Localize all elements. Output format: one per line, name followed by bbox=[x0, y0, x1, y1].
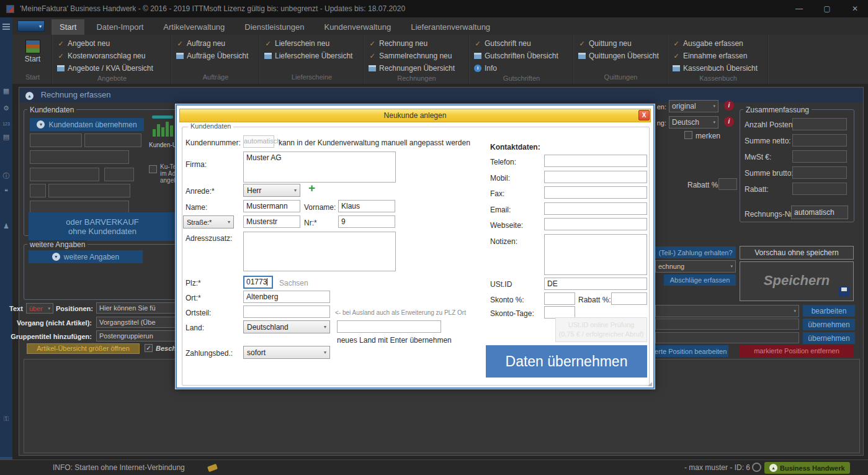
ribbon-item-rechnung-neu[interactable]: ✓Rechnung neu bbox=[369, 37, 465, 50]
speichern-button[interactable]: Speichern bbox=[740, 261, 854, 301]
customer-field[interactable] bbox=[30, 133, 82, 147]
strasse-input[interactable]: Musterstr bbox=[243, 215, 300, 228]
name-input[interactable]: Mustermann bbox=[243, 200, 300, 212]
adresszusatz-input[interactable] bbox=[243, 232, 396, 271]
tab-artikelverwaltung[interactable]: Artikelverwaltung bbox=[155, 19, 233, 35]
ribbon-item-auftraege-uebersicht[interactable]: Aufträge Übersicht bbox=[176, 50, 255, 62]
bearbeiten-button[interactable]: bearbeiten bbox=[803, 305, 855, 317]
vorschau-button[interactable]: Vorschau ohne speichern bbox=[740, 246, 854, 260]
edition-badge[interactable]: ▴ Business Handwerk bbox=[764, 462, 850, 474]
strasse-type-select[interactable]: Straße:*▾ bbox=[183, 215, 234, 228]
ribbon-item-kostenvoranschlag-neu[interactable]: ✓Kostenvoranschlag neu bbox=[57, 50, 167, 62]
ribbon-item-kassenbuch-uebersicht[interactable]: Kassenbuch Übersicht bbox=[673, 62, 764, 75]
ribbon-item-auftrag-neu[interactable]: ✓Auftrag neu bbox=[176, 37, 255, 50]
weitere-angaben-button[interactable]: ▾ weitere Angaben bbox=[29, 250, 143, 263]
tab-kundenverwaltung[interactable]: Kundenverwaltung bbox=[316, 19, 399, 35]
collapse-icon[interactable]: ▴ bbox=[25, 92, 34, 100]
notizen-input[interactable] bbox=[544, 234, 647, 275]
merken-checkbox[interactable] bbox=[684, 131, 692, 139]
rechnungsnr-input[interactable]: automatisch bbox=[791, 206, 848, 219]
customer-field[interactable] bbox=[30, 150, 129, 164]
rabatt-input[interactable] bbox=[611, 292, 647, 305]
dialog-close-button[interactable]: X bbox=[638, 110, 650, 120]
teilzahlung-button[interactable]: (Teil-) Zahlung erhalten? bbox=[655, 247, 736, 258]
ortsteil-input[interactable] bbox=[243, 305, 330, 318]
plz-input[interactable]: 01773 bbox=[243, 276, 273, 289]
status-circle-icon[interactable] bbox=[752, 463, 761, 472]
ribbon-item-gutschrift-neu[interactable]: ✓Gutschrift neu bbox=[474, 37, 569, 50]
anrede-select[interactable]: Herr▾ bbox=[243, 184, 300, 197]
chat-icon[interactable]: ❝ bbox=[0, 188, 12, 196]
ribbon-item-start[interactable]: Start bbox=[17, 37, 48, 73]
info-icon[interactable]: ⓘ bbox=[0, 171, 12, 181]
ribbon-item-quittungen-uebersicht[interactable]: Quittungen Übersicht bbox=[578, 50, 663, 62]
kundendaten-uebernehmen-button[interactable]: ▾ Kundendaten übernehmen bbox=[30, 118, 144, 131]
customer-field[interactable] bbox=[84, 133, 141, 147]
ribbon-item-angebot-neu[interactable]: ✓Angebot neu bbox=[57, 37, 167, 50]
uebernehmen-button[interactable]: übernehmen bbox=[803, 332, 855, 344]
firma-input[interactable]: Muster AG bbox=[243, 152, 396, 183]
calculator-icon[interactable]: ▦ bbox=[0, 87, 12, 95]
close-button[interactable]: ✕ bbox=[843, 0, 867, 17]
telefon-input[interactable] bbox=[544, 155, 647, 167]
ribbon-item-sammelrechnung-neu[interactable]: ✓Sammelrechnung neu bbox=[369, 50, 465, 62]
minimize-button[interactable]: — bbox=[787, 0, 812, 17]
ribbon-item-lieferscheine-uebersicht[interactable]: Lieferscheine Übersicht bbox=[264, 50, 359, 62]
language-select[interactable]: Deutsch▾ bbox=[669, 116, 718, 129]
print-type-select[interactable]: original▾ bbox=[669, 100, 718, 112]
mobil-input[interactable] bbox=[544, 171, 647, 183]
kundennummer-input[interactable]: automatisch bbox=[243, 135, 274, 148]
email-input[interactable] bbox=[544, 202, 647, 215]
skonto-tage-input[interactable] bbox=[544, 306, 575, 319]
ustid-input[interactable]: DE bbox=[544, 278, 647, 290]
summe-netto-input[interactable] bbox=[792, 134, 847, 147]
ribbon-item-angebote-uebersicht[interactable]: Angebote / KVA Übersicht bbox=[57, 62, 167, 75]
tab-start[interactable]: Start bbox=[51, 19, 84, 35]
position-select[interactable]: ▾ bbox=[655, 305, 799, 317]
rabatt-percent-input[interactable] bbox=[718, 178, 737, 190]
resize-grip-icon[interactable]: ◢ bbox=[648, 381, 652, 387]
land-select[interactable]: Deutschland▾ bbox=[243, 320, 330, 333]
file-menu-button[interactable]: ▾ bbox=[17, 20, 45, 32]
customer-field[interactable] bbox=[48, 184, 130, 197]
position-entfernen-button[interactable]: markierte Position entfernen bbox=[740, 345, 854, 357]
nr-input[interactable]: 9 bbox=[338, 215, 395, 228]
text-position-select[interactable]: über▾ bbox=[26, 303, 53, 314]
skonto-input[interactable] bbox=[544, 292, 575, 305]
beschreibung-checkbox[interactable]: ✓ bbox=[145, 344, 153, 352]
card-icon[interactable]: ▤ bbox=[0, 133, 12, 141]
webseite-input[interactable] bbox=[544, 218, 647, 230]
barverkauf-button[interactable]: oder BARVERKAUF ohne Kundendaten bbox=[29, 212, 176, 241]
ribbon-item-rechnungen-uebersicht[interactable]: Rechnungen Übersicht bbox=[369, 62, 465, 75]
mwst-input[interactable] bbox=[792, 150, 847, 163]
uebernehmen-button[interactable]: übernehmen bbox=[803, 319, 855, 330]
customer-chart-icon[interactable] bbox=[152, 115, 177, 138]
tab-dienstleistungen[interactable]: Dienstleistungen bbox=[236, 19, 312, 35]
zahlungsbed-select[interactable]: sofort▾ bbox=[243, 346, 330, 359]
kutel-checkbox[interactable] bbox=[149, 165, 157, 173]
abschlaege-button[interactable]: Abschläge erfassen bbox=[664, 274, 736, 286]
info-badge-icon[interactable]: i bbox=[724, 101, 734, 111]
ribbon-item-info[interactable]: iInfo bbox=[474, 62, 569, 75]
ribbon-item-lieferschein-neu[interactable]: ✓Lieferschein neu bbox=[264, 37, 359, 50]
vorname-input[interactable]: Klaus bbox=[338, 200, 395, 212]
dialog-title[interactable]: Neukunde anlegen bbox=[179, 109, 651, 122]
gears-icon[interactable]: ⚙ bbox=[0, 104, 12, 112]
ribbon-item-ausgabe-erfassen[interactable]: ✓Ausgabe erfassen bbox=[673, 37, 764, 50]
ribbon-item-quittung-neu[interactable]: ✓Quittung neu bbox=[578, 37, 663, 50]
fax-input[interactable] bbox=[544, 186, 647, 199]
position-input[interactable] bbox=[655, 319, 799, 330]
sitemap-icon[interactable]: ♟ bbox=[0, 222, 12, 230]
daten-uebernehmen-button[interactable]: Daten übernehmen bbox=[486, 345, 647, 378]
rabatt-input[interactable] bbox=[792, 183, 847, 195]
tab-lieferantenverwaltung[interactable]: Lieferantenverwaltung bbox=[403, 19, 498, 35]
position-input[interactable] bbox=[655, 332, 799, 343]
lock-icon[interactable]: ⚿ bbox=[0, 415, 12, 423]
anzahl-posten-input[interactable] bbox=[792, 118, 847, 130]
hamburger-icon[interactable] bbox=[0, 22, 12, 31]
customer-field[interactable] bbox=[104, 168, 134, 181]
numbers-icon[interactable]: 123 bbox=[0, 122, 12, 126]
artikel-uebersicht-button[interactable]: Artikel-Übersicht größer öffnen bbox=[27, 343, 140, 354]
info-badge-icon[interactable]: i bbox=[724, 117, 734, 127]
tab-daten-import[interactable]: Daten-Import bbox=[88, 19, 151, 35]
